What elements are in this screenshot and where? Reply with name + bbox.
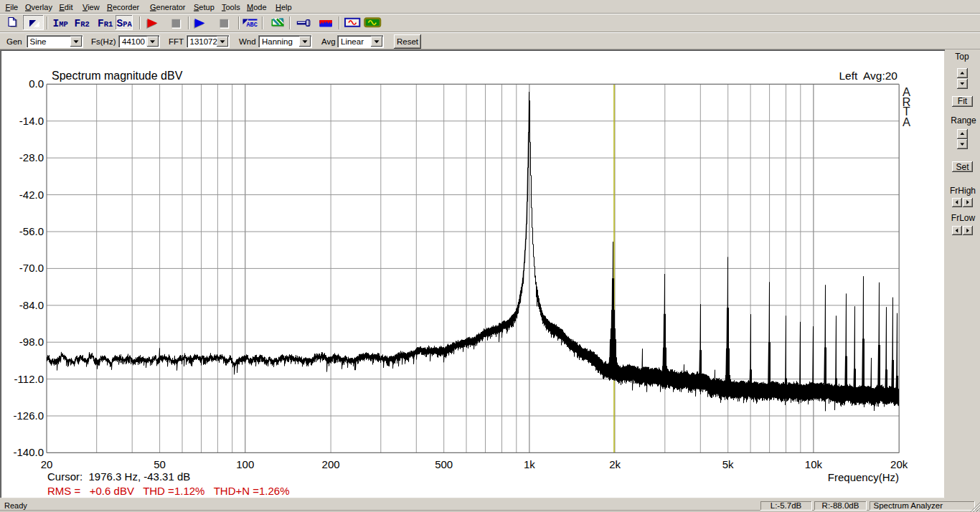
svg-text:2k: 2k [609,458,621,470]
svg-text:20k: 20k [890,458,908,470]
svg-text:Recorder: Recorder [107,3,140,11]
svg-text:20: 20 [41,458,53,470]
svg-text:50: 50 [154,458,166,470]
svg-text:Sine: Sine [30,37,47,46]
svg-text:Set: Set [956,162,969,172]
svg-text:1k: 1k [524,458,535,470]
svg-text:Reset: Reset [397,37,419,46]
svg-text:Ready: Ready [4,501,27,510]
svg-text:Left Avg:20: Left Avg:20 [839,70,897,82]
svg-text:Wnd: Wnd [239,37,256,46]
svg-text:Overlay: Overlay [25,3,52,11]
svg-text:Gen: Gen [6,37,22,46]
svg-text:-84.0: -84.0 [19,299,44,311]
svg-text:FrLow: FrLow [951,213,976,223]
svg-text:Cursor: 1976.3 Hz, -43.31 dB: Cursor: 1976.3 Hz, -43.31 dB [47,470,190,483]
svg-text:Tools: Tools [222,3,240,11]
svg-text:Top: Top [955,52,969,62]
svg-text:10k: 10k [805,458,823,470]
svg-text:100: 100 [236,458,254,470]
svg-text:Hanning: Hanning [262,37,293,46]
svg-text:Setup: Setup [194,3,215,11]
svg-text:ABC: ABC [247,22,258,29]
svg-text:FR2: FR2 [75,18,90,29]
svg-text:L:-5.7dB: L:-5.7dB [771,501,802,510]
svg-text:Fit: Fit [958,96,968,106]
svg-text:Range: Range [951,115,976,125]
svg-text:131072: 131072 [190,37,217,46]
svg-text:-140.0: -140.0 [13,446,44,458]
svg-text:FFT: FFT [169,37,184,46]
svg-text:200: 200 [322,458,340,470]
svg-text:Spectrum magnitude dBV: Spectrum magnitude dBV [52,70,183,82]
svg-text:Spectrum Analyzer: Spectrum Analyzer [874,501,943,510]
svg-text:RMS = +0.6 dBV THD =1.12%: RMS = +0.6 dBV THD =1.12% THD+N =1.26% [47,485,290,497]
svg-text:R:-88.0dB: R:-88.0dB [822,501,859,510]
svg-text:0.0: 0.0 [29,77,44,90]
svg-text:Edit: Edit [60,3,73,11]
svg-text:Frequency(Hz): Frequency(Hz) [828,471,899,483]
svg-text:-112.0: -112.0 [14,373,44,385]
svg-text:5k: 5k [722,458,734,470]
svg-text:-28.0: -28.0 [19,151,44,163]
svg-text:-56.0: -56.0 [19,225,44,237]
svg-text:Avg: Avg [321,37,336,46]
svg-text:Mode: Mode [247,3,267,11]
svg-text:-70.0: -70.0 [19,262,44,274]
svg-text:File: File [6,3,19,11]
svg-text:-126.0: -126.0 [13,409,44,422]
svg-text:FR1: FR1 [98,18,113,29]
svg-text:A: A [903,115,910,128]
svg-text:IMP: IMP [53,18,68,29]
svg-text:Generator: Generator [150,3,186,11]
svg-text:44100: 44100 [122,37,145,46]
svg-text:500: 500 [435,458,453,470]
svg-text:FrHigh: FrHigh [950,186,976,196]
svg-text:Fs(Hz): Fs(Hz) [91,37,116,46]
svg-text:-98.0: -98.0 [19,336,44,348]
svg-text:Help: Help [275,3,292,11]
svg-text:Linear: Linear [341,37,364,46]
svg-text:-14.0: -14.0 [19,115,44,127]
svg-text:SPA: SPA [117,18,133,29]
svg-text:-42.0: -42.0 [19,189,44,201]
svg-text:View: View [83,3,100,11]
